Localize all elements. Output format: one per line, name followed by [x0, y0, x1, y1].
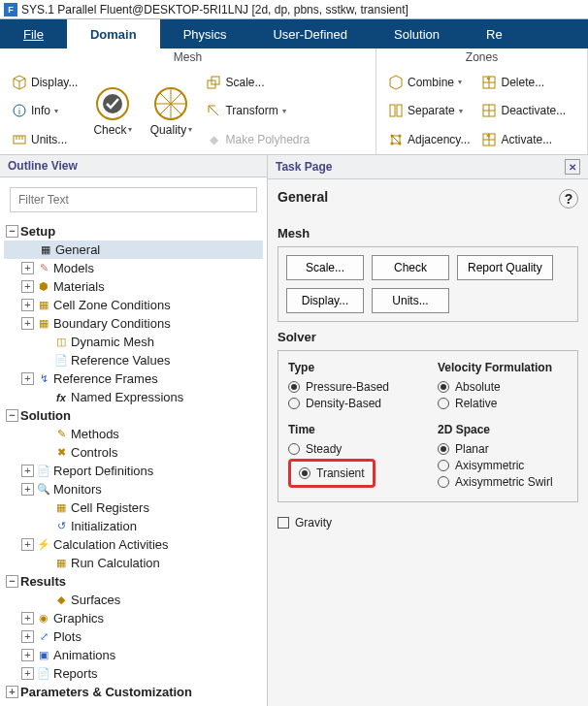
tree-materials[interactable]: +⬢Materials: [4, 277, 263, 296]
collapse-icon[interactable]: −: [6, 225, 18, 238]
expand-icon[interactable]: +: [21, 483, 34, 496]
space-fieldset: 2D Space Planar Axisymmetric Axisymmetri…: [438, 423, 568, 492]
checkbox-icon: [278, 517, 289, 529]
expand-icon[interactable]: +: [21, 612, 34, 625]
tree-calc-activities[interactable]: +⚡Calculation Activities: [4, 535, 263, 554]
tree-reference-values[interactable]: 📄Reference Values: [4, 351, 263, 369]
expand-icon[interactable]: +: [21, 630, 34, 643]
scale-button[interactable]: Scale...: [286, 255, 364, 280]
pressure-based-radio[interactable]: Pressure-Based: [288, 380, 418, 394]
expand-icon[interactable]: +: [21, 538, 34, 551]
planar-radio[interactable]: Planar: [438, 442, 568, 456]
tree-run-calculation[interactable]: ▦Run Calculation: [4, 554, 263, 572]
combine-button[interactable]: Combine ▾: [384, 73, 474, 92]
tree-graphics[interactable]: +◉Graphics: [4, 609, 263, 627]
transform-button[interactable]: Transform ▾: [202, 101, 313, 120]
tree-models[interactable]: +✎Models: [4, 259, 263, 277]
tree-methods[interactable]: ✎Methods: [4, 425, 263, 443]
controls-icon: ✖: [53, 446, 69, 459]
collapse-icon[interactable]: −: [6, 409, 18, 422]
expand-icon[interactable]: +: [6, 686, 18, 698]
tree-surfaces[interactable]: ◆Surfaces: [4, 591, 263, 609]
tree-report-definitions[interactable]: +📄Report Definitions: [4, 462, 263, 480]
animations-icon: ▣: [36, 649, 51, 661]
tree-dynamic-mesh[interactable]: ◫Dynamic Mesh: [4, 333, 263, 351]
title-bar: F SYS.1 Parallel Fluent@DESKTOP-5RI1LNJ …: [0, 0, 588, 19]
tree-general[interactable]: ▦General: [4, 241, 263, 259]
axisymmetric-swirl-radio[interactable]: Axisymmetric Swirl: [438, 475, 568, 489]
calcact-icon: ⚡: [36, 538, 51, 551]
tree-monitors[interactable]: +🔍Monitors: [4, 480, 263, 498]
transient-radio[interactable]: Transient: [299, 466, 365, 480]
expand-icon[interactable]: +: [21, 317, 34, 330]
check-icon: [95, 86, 130, 121]
expand-icon[interactable]: +: [21, 667, 34, 680]
close-icon[interactable]: ✕: [565, 159, 580, 175]
tree-boundary[interactable]: +▦Boundary Conditions: [4, 314, 263, 333]
display-mesh-button[interactable]: Display...: [286, 288, 364, 313]
tree-initialization[interactable]: ↺Initialization: [4, 517, 263, 535]
tab-domain[interactable]: Domain: [67, 19, 160, 48]
axisymmetric-radio[interactable]: Axisymmetric: [438, 459, 568, 472]
units-mesh-button[interactable]: Units...: [372, 288, 449, 313]
tree-plots[interactable]: +⤢Plots: [4, 627, 263, 646]
activate-button[interactable]: ✶ Activate...: [477, 130, 570, 149]
check-button[interactable]: Check▾: [83, 68, 142, 154]
display-button[interactable]: Display...: [8, 73, 82, 92]
section-mesh: Mesh: [278, 226, 578, 241]
tree-reference-frames[interactable]: +↯Reference Frames: [4, 369, 263, 388]
tree-solution[interactable]: −Solution: [4, 406, 263, 425]
quality-button[interactable]: Quality▾: [142, 68, 200, 154]
info-icon: i: [12, 103, 27, 118]
scale-button[interactable]: Scale...: [202, 73, 313, 92]
tree-animations[interactable]: +▣Animations: [4, 646, 263, 664]
expand-icon[interactable]: +: [21, 465, 34, 477]
tree-results[interactable]: −Results: [4, 572, 263, 591]
help-icon[interactable]: ?: [559, 189, 578, 209]
report-quality-button[interactable]: Report Quality: [457, 255, 553, 280]
check-mesh-button[interactable]: Check: [372, 255, 449, 280]
tab-results[interactable]: Re: [463, 19, 506, 48]
tree-setup[interactable]: −Setup: [4, 222, 263, 241]
group-label-zones: Zones: [382, 50, 581, 68]
filter-input[interactable]: [10, 187, 257, 212]
units-label: Units...: [31, 133, 67, 146]
relative-radio[interactable]: Relative: [438, 397, 568, 410]
tab-physics[interactable]: Physics: [160, 19, 250, 48]
combine-icon: [388, 75, 404, 90]
gravity-checkbox[interactable]: Gravity: [278, 516, 578, 530]
info-button[interactable]: i Info ▾: [8, 101, 82, 120]
tree-named-expressions[interactable]: fxNamed Expressions: [4, 388, 263, 406]
init-icon: ↺: [53, 520, 69, 532]
collapse-icon[interactable]: −: [6, 575, 18, 588]
expand-icon[interactable]: +: [21, 262, 34, 274]
tree-parameters[interactable]: +Parameters & Customization: [4, 683, 263, 701]
absolute-radio[interactable]: Absolute: [438, 380, 568, 394]
units-button[interactable]: Units...: [8, 130, 82, 149]
tab-solution[interactable]: Solution: [371, 19, 463, 48]
expand-icon[interactable]: +: [21, 649, 34, 661]
grid-deactivate-icon: [481, 103, 497, 118]
expand-icon[interactable]: +: [21, 299, 34, 311]
tree-reports[interactable]: +📄Reports: [4, 664, 263, 683]
delete-button[interactable]: ✶ Delete...: [477, 73, 570, 92]
adjacency-button[interactable]: Adjacency...: [384, 130, 474, 149]
monitors-icon: 🔍: [36, 483, 51, 496]
svg-text:i: i: [18, 107, 20, 116]
tree-cell-registers[interactable]: ▦Cell Registers: [4, 498, 263, 517]
tab-file[interactable]: File: [0, 19, 67, 48]
task-page-body: Mesh Scale... Check Report Quality Displ…: [268, 218, 588, 530]
expand-icon[interactable]: +: [21, 372, 34, 385]
separate-button[interactable]: Separate ▾: [384, 101, 474, 120]
expand-icon[interactable]: +: [21, 280, 34, 293]
gravity-label: Gravity: [295, 516, 332, 530]
steady-radio[interactable]: Steady: [288, 442, 418, 456]
refvals-icon: 📄: [53, 354, 69, 367]
tree-controls[interactable]: ✖Controls: [4, 443, 263, 462]
tab-user-defined[interactable]: User-Defined: [249, 19, 371, 48]
density-based-radio[interactable]: Density-Based: [288, 397, 418, 410]
tree-cell-zone[interactable]: +▦Cell Zone Conditions: [4, 296, 263, 314]
scale-label: Scale...: [225, 76, 264, 89]
delete-label: Delete...: [501, 76, 544, 89]
deactivate-button[interactable]: Deactivate...: [477, 101, 570, 120]
